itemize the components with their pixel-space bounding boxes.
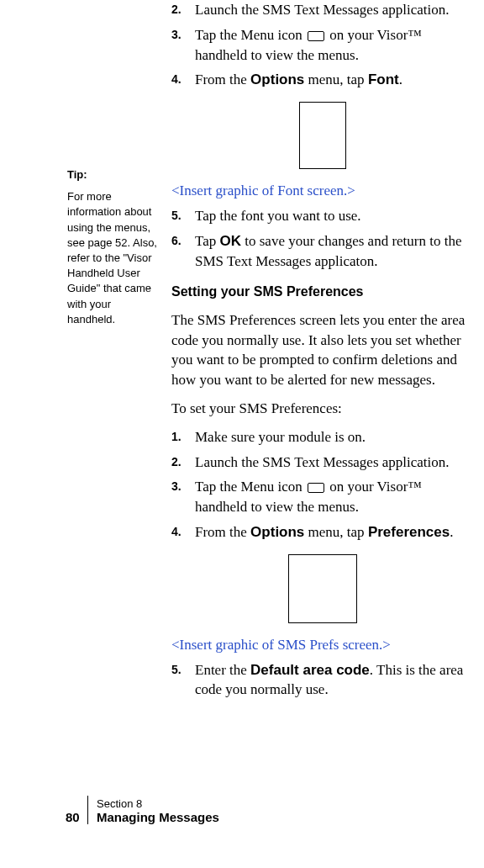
bold-term: OK	[220, 233, 242, 249]
step-row: 4. From the Options menu, tap Font.	[171, 70, 474, 90]
text-span: menu, tap	[304, 71, 368, 87]
footer-section-block: Section 8 Managing Messages	[97, 797, 219, 824]
main-content: 2. Launch the SMS Text Messages applicat…	[171, 0, 474, 705]
tip-label: Tip:	[67, 167, 160, 183]
step-number: 6.	[171, 231, 195, 272]
graphic-placeholder-box	[288, 554, 357, 623]
step-number: 5.	[171, 206, 195, 226]
step-text: Launch the SMS Text Messages application…	[195, 0, 474, 20]
step-row: 2. Launch the SMS Text Messages applicat…	[171, 453, 474, 473]
step-number: 4.	[171, 522, 195, 542]
step-row: 3. Tap the Menu icon on your Visor™ hand…	[171, 25, 474, 66]
page-number: 80	[66, 797, 87, 824]
tip-sidebar: Tip: For more information about using th…	[67, 167, 160, 327]
step-row: 2. Launch the SMS Text Messages applicat…	[171, 0, 474, 20]
step-text: Tap the font you want to use.	[195, 206, 474, 226]
text-span: From the	[195, 71, 250, 87]
step-text: From the Options menu, tap Font.	[195, 70, 474, 90]
insert-graphic-placeholder: <Insert graphic of SMS Prefs screen.>	[171, 635, 474, 655]
step-row: 1. Make sure your module is on.	[171, 427, 474, 447]
bold-term: Default area code	[250, 662, 370, 678]
step-text: Make sure your module is on.	[195, 427, 474, 447]
paragraph: The SMS Preferences screen lets you ente…	[171, 310, 474, 390]
bold-term: Font	[368, 71, 399, 87]
step-number: 3.	[171, 477, 195, 517]
text-span: Tap the Menu icon	[195, 479, 306, 495]
text-span: .	[450, 524, 453, 540]
step-row: 3. Tap the Menu icon on your Visor™ hand…	[171, 477, 474, 517]
paragraph: To set your SMS Preferences:	[171, 399, 474, 419]
bold-term: Preferences	[368, 524, 450, 540]
step-text: Tap the Menu icon on your Visor™ handhel…	[195, 25, 474, 66]
menu-icon	[308, 483, 324, 493]
menu-icon	[308, 31, 324, 41]
step-text: From the Options menu, tap Preferences.	[195, 522, 474, 542]
text-span: From the	[195, 524, 250, 540]
section-heading: Setting your SMS Preferences	[171, 283, 474, 301]
footer-chapter-title: Managing Messages	[97, 810, 219, 824]
step-number: 2.	[171, 0, 195, 20]
text-span: Tap	[195, 233, 220, 249]
footer-divider	[87, 796, 88, 824]
text-span: Tap the Menu icon	[195, 27, 306, 43]
text-span: .	[399, 71, 402, 87]
footer-section-label: Section 8	[97, 797, 219, 810]
step-number: 4.	[171, 70, 195, 90]
bold-term: Options	[250, 524, 304, 540]
step-number: 2.	[171, 453, 195, 473]
step-text: Tap the Menu icon on your Visor™ handhel…	[195, 477, 474, 517]
text-span: menu, tap	[304, 524, 368, 540]
tip-body: For more information about using the men…	[67, 189, 160, 327]
step-number: 5.	[171, 660, 195, 701]
page-footer: 80 Section 8 Managing Messages	[66, 796, 402, 824]
step-text: Tap OK to save your changes and return t…	[195, 231, 474, 272]
step-row: 6. Tap OK to save your changes and retur…	[171, 231, 474, 272]
step-row: 5. Enter the Default area code. This is …	[171, 660, 474, 701]
step-row: 5. Tap the font you want to use.	[171, 206, 474, 226]
text-span: Enter the	[195, 662, 250, 678]
step-row: 4. From the Options menu, tap Preference…	[171, 522, 474, 542]
graphic-placeholder-box	[299, 102, 346, 169]
step-text: Launch the SMS Text Messages application…	[195, 453, 474, 473]
step-number: 1.	[171, 427, 195, 447]
bold-term: Options	[250, 71, 304, 87]
step-text: Enter the Default area code. This is the…	[195, 660, 474, 701]
insert-graphic-placeholder: <Insert graphic of Font screen.>	[171, 181, 474, 201]
step-number: 3.	[171, 25, 195, 66]
